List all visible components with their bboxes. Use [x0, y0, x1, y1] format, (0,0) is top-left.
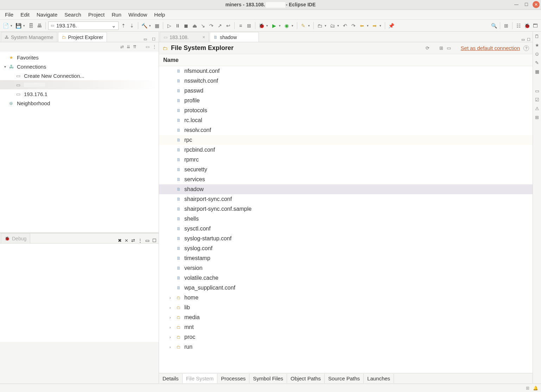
debug-icon[interactable]: 🐞	[258, 22, 265, 29]
tasks-icon[interactable]: ☑	[535, 97, 539, 102]
step-return-icon[interactable]: ↩	[225, 22, 232, 29]
tree-host-a[interactable]: ▭	[0, 80, 159, 89]
folder-row[interactable]: ›🗀proc	[159, 332, 533, 342]
detail-tab-source-paths[interactable]: Source Paths	[325, 374, 364, 383]
back-icon[interactable]: ⬅	[358, 22, 365, 29]
menu-search[interactable]: Search	[61, 10, 85, 19]
wrap-icon[interactable]: ⊞	[246, 22, 253, 29]
forward-dropdown[interactable]: ▾	[380, 24, 382, 27]
maximize-view-icon[interactable]: ☐	[151, 36, 157, 42]
file-row[interactable]: 🗎services	[159, 175, 533, 184]
address-dropdown[interactable]: ⌄	[109, 23, 116, 29]
editor-tab-host[interactable]: ▭ 183.108. ×	[160, 32, 209, 42]
twisty-closed-icon[interactable]: ›	[170, 335, 174, 339]
run-icon[interactable]: ▶	[270, 22, 278, 29]
tab-system-management[interactable]: 🖧 System Manageme	[1, 32, 57, 42]
help-icon[interactable]: ?	[523, 45, 529, 51]
address-combo[interactable]: ▭ 193.176. ⌄	[48, 21, 119, 30]
file-row[interactable]: 🗎rpmrc	[159, 155, 533, 165]
file-row[interactable]: 🗎securetty	[159, 165, 533, 175]
menu-navigate[interactable]: Navigate	[33, 10, 61, 19]
menu-project[interactable]: Project	[85, 10, 108, 19]
twisty-closed-icon[interactable]: ›	[170, 345, 174, 349]
toggle-icon[interactable]: ▦	[153, 22, 160, 29]
collapse-all-icon[interactable]: ▭	[447, 45, 451, 51]
detail-tab-processes[interactable]: Processes	[217, 374, 249, 383]
coverage-dropdown[interactable]: ▾	[292, 24, 294, 27]
detail-tab-launches[interactable]: Launches	[364, 374, 394, 383]
folder-row[interactable]: ›🗀run	[159, 342, 533, 352]
file-row[interactable]: 🗎nsswitch.conf	[159, 76, 533, 86]
link-editor-icon[interactable]: ⇄	[120, 44, 124, 49]
twisty-open-icon[interactable]: ▾	[3, 65, 7, 69]
download-icon[interactable]: ⇣	[128, 22, 135, 29]
wand-dropdown[interactable]: ▾	[308, 24, 311, 27]
build-icon[interactable]: 🔨	[141, 22, 148, 29]
toggle-tree-icon[interactable]: ⊞	[439, 45, 443, 51]
close-tab-icon[interactable]: ×	[202, 34, 205, 40]
back-dropdown[interactable]: ▾	[367, 24, 370, 27]
menu-file[interactable]: File	[1, 10, 17, 19]
tree-host-b[interactable]: ▭ 193.176.1	[0, 89, 159, 99]
align-icon[interactable]: ≡	[237, 22, 244, 29]
file-row[interactable]: 🗎shadow	[159, 184, 533, 194]
file-row[interactable]: 🗎protocols	[159, 106, 533, 115]
upload-icon[interactable]: ⇡	[120, 22, 127, 29]
twisty-closed-icon[interactable]: ›	[170, 316, 174, 320]
run-dropdown[interactable]: ▾	[279, 24, 282, 27]
coverage-icon[interactable]: ◉	[283, 22, 290, 29]
debug-dropdown[interactable]: ▾	[266, 24, 269, 27]
minimize-view-icon[interactable]: ▭	[145, 238, 149, 243]
undo-nav-icon[interactable]: ↶	[342, 22, 349, 29]
resource-perspective-icon[interactable]: 🗔	[532, 22, 539, 29]
tree-neighborhood[interactable]: ⊕ Neighborhood	[0, 99, 159, 108]
stop-icon[interactable]: ◼	[183, 22, 190, 29]
debug-perspective-icon[interactable]: 🐞	[523, 22, 530, 29]
new-icon[interactable]: 📄	[2, 22, 9, 29]
file-row[interactable]: 🗎syslog.conf	[159, 244, 533, 253]
pin-icon[interactable]: 📌	[388, 22, 395, 29]
folder-row[interactable]: ›🗀media	[159, 312, 533, 322]
tab-debug[interactable]: 🐞 Debug	[1, 233, 30, 243]
file-row[interactable]: 🗎profile	[159, 96, 533, 106]
tree-favorites[interactable]: ★ Favorites	[0, 53, 159, 62]
breakpoints-icon[interactable]: ⊙	[535, 51, 539, 57]
outline-icon[interactable]: 🗒	[535, 34, 539, 39]
file-row[interactable]: 🗎wpa_supplicant.conf	[159, 283, 533, 293]
file-row[interactable]: 🗎syslog-startup.conf	[159, 234, 533, 244]
save-icon[interactable]: 💾	[15, 22, 22, 29]
print-icon[interactable]: 🖶	[36, 22, 43, 29]
tree-create-connection[interactable]: ▭ Create New Connection...	[0, 71, 159, 80]
folder-row[interactable]: ›🗀mnt	[159, 322, 533, 332]
detail-tab-details[interactable]: Details	[159, 374, 183, 383]
console-icon[interactable]: ▭	[535, 88, 539, 94]
tree-connections[interactable]: ▾ 🖧 Connections	[0, 62, 159, 71]
folder-row[interactable]: ›🗀home	[159, 293, 533, 303]
set-default-link[interactable]: Set as default connection	[461, 45, 520, 51]
detail-tab-symbol-files[interactable]: Symbol Files	[249, 374, 287, 383]
registers-icon[interactable]: ▦	[535, 69, 539, 74]
variables-icon[interactable]: ★	[535, 43, 539, 48]
file-row[interactable]: 🗎rpcbind.conf	[159, 145, 533, 155]
focus-icon[interactable]: ▭	[146, 44, 149, 49]
resume-icon[interactable]: ▷	[166, 22, 173, 29]
detail-tab-object-paths[interactable]: Object Paths	[287, 374, 325, 383]
file-row[interactable]: 🗎resolv.conf	[159, 125, 533, 135]
twisty-closed-icon[interactable]: ›	[170, 306, 174, 310]
file-row[interactable]: 🗎shairport-sync.conf.sample	[159, 204, 533, 214]
twisty-closed-icon[interactable]: ›	[170, 296, 174, 300]
menu-window[interactable]: Window	[125, 10, 151, 19]
notification-icon[interactable]: 🔔	[533, 386, 538, 391]
link-icon[interactable]: ⇄	[131, 238, 135, 243]
step-out-icon[interactable]: ↗	[216, 22, 223, 29]
search-icon[interactable]: 🔍	[490, 22, 497, 29]
maximize-view-icon[interactable]: ☐	[152, 238, 157, 243]
twisty-closed-icon[interactable]: ›	[170, 325, 174, 329]
file-row[interactable]: 🗎timestamp	[159, 253, 533, 263]
folder-icon[interactable]: 🗀	[316, 22, 323, 29]
perspective-icon[interactable]: ⊞	[503, 22, 510, 29]
file-row[interactable]: 🗎volatile.cache	[159, 273, 533, 283]
maximize-editor-icon[interactable]: ☐	[527, 37, 530, 42]
collapse-icon[interactable]: ⇊	[127, 44, 130, 49]
folder-dropdown[interactable]: ▾	[325, 24, 327, 27]
